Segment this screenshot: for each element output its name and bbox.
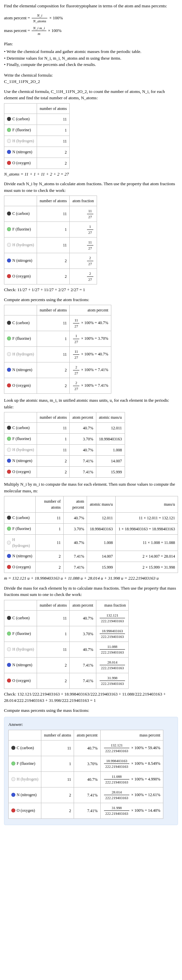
step-mass-fractions: Divide the mass for each element by m to… [4,585,178,704]
element-label: C (carbon) [12,515,30,521]
table-row: F (fluorine)13.70%18.998403163222.219403… [4,626,129,641]
element-label: N (nitrogen) [12,258,32,264]
element-label: O (oxygen) [12,273,31,279]
fraction: 18.998403163222.219403163 [104,758,130,770]
fraction: 28.014222.219403163 [100,660,125,671]
table-row: H (hydrogen)1140.7%11.088222.219403163 ×… [9,772,163,787]
answer-label: Answer: [8,721,174,728]
element-dot-icon [7,117,11,121]
element-dot-icon [7,368,11,372]
element-label: F (fluorine) [12,336,31,341]
atoms-table: number of atomsC (carbon)11F (fluorine)1… [4,103,70,169]
element-label: N (nitrogen) [12,149,32,155]
element-label: O (oxygen) [17,807,35,813]
element-label: F (fluorine) [17,760,35,767]
table-row: C (carbon)11 [4,114,70,124]
element-label: C (carbon) [12,425,30,431]
element-dot-icon [7,663,11,667]
fraction: 227 [73,380,79,391]
element-label: H (hydrogen) [12,537,33,549]
element-dot-icon [11,793,15,797]
table-row: N (nitrogen)2227 × 100% = 7.41% [4,363,111,378]
fraction: 1127 [87,208,93,220]
element-label: H (hydrogen) [12,646,34,652]
table-row: N (nitrogen)2 [4,146,70,158]
element-label: H (hydrogen) [12,447,34,453]
table-row: N (nitrogen)2227 [4,253,97,269]
element-dot-icon [7,616,11,620]
element-label: N (nitrogen) [12,367,32,373]
step-text: Compute atom percents using the atom fra… [4,296,178,303]
step-count-atoms: Use the chemical formula, C_11H_11FN_2O_… [4,88,178,178]
plan-step: • Determine values for N_i, m_i, N_atoms… [4,55,178,62]
step-molecular-mass: Multiply N_i by m_i to compute the mass … [4,481,178,582]
step-atomic-mass: Look up the atomic mass, m_i, in unified… [4,397,178,478]
label: atom percent = [4,15,30,20]
fraction: 11.088222.219403163 [100,644,125,655]
denominator: N_atoms [32,18,47,24]
element-dot-icon [7,161,11,165]
step-text: Compute mass percents using the mass fra… [4,707,178,714]
plan-step: • Finally, compute the percents and chec… [4,61,178,68]
element-dot-icon [7,448,11,452]
element-dot-icon [7,243,11,247]
element-dot-icon [7,565,11,569]
element-label: O (oxygen) [12,678,31,684]
fraction: N_i m_im [32,25,46,37]
table-row: O (oxygen)27.41%15.9992 × 15.999 = 31.99… [4,562,178,573]
element-label: F (fluorine) [12,226,31,232]
fraction: 127 [73,333,79,344]
element-label: N (nitrogen) [17,792,37,798]
element-label: H (hydrogen) [12,242,34,248]
atom-fractions-table: number of atomsatom fractionC (carbon)11… [4,196,97,285]
table-row: C (carbon)1140.7%12.011 [4,423,125,434]
fraction: 11.088222.219403163 [104,774,130,785]
molecular-mass-sum: m = 132.121 u + 18.998403163 u + 11.088 … [4,575,178,582]
element-dot-icon [7,150,11,154]
fraction: 132.121222.219403163 [100,612,125,624]
table-row: F (fluorine)1127 × 100% = 3.70% [4,331,111,347]
element-dot-icon [7,437,11,441]
element-dot-icon [7,128,11,132]
element-dot-icon [7,227,11,231]
table-row: H (hydrogen)111127 [4,237,97,253]
element-label: F (fluorine) [12,127,31,133]
element-label: O (oxygen) [12,160,31,166]
table-row: N (nitrogen)27.41%28.014222.219403163 [4,657,129,673]
mass-fractions-table: number of atomsatom percentmass fraction… [4,600,129,689]
atom-percents-table: number of atomsatom percentC (carbon)111… [4,305,111,394]
element-dot-icon [7,274,11,278]
numerator: N_i [32,13,47,19]
element-label: C (carbon) [12,116,30,122]
element-label: O (oxygen) [12,382,31,388]
fraction: 31.998222.219403163 [100,675,125,687]
element-label: N (nitrogen) [12,553,32,559]
element-dot-icon [7,470,11,474]
plan-title: Plan: [4,41,178,47]
step-text: Divide each N_i by N_atoms to calculate … [4,181,178,194]
fraction: 31.998222.219403163 [104,805,130,816]
element-dot-icon [11,746,15,750]
element-dot-icon [7,336,11,340]
mass-percent-formula: mass percent = N_i m_im × 100% [4,25,178,37]
element-label: H (hydrogen) [17,776,38,782]
label: mass percent = [4,28,30,33]
step-text: Multiply N_i by m_i to compute the mass … [4,481,178,494]
table-row: O (oxygen)27.41%31.998222.219403163 [4,673,129,689]
check-line: Check: 11/27 + 1/27 + 11/27 + 2/27 + 2/2… [4,286,178,293]
element-label: N (nitrogen) [12,662,32,668]
element-dot-icon [7,527,11,531]
element-label: F (fluorine) [12,526,31,531]
plan-step: • Write the chemical formula and gather … [4,48,178,55]
element-label: F (fluorine) [12,631,31,636]
plan: Plan: • Write the chemical formula and g… [4,41,178,68]
element-label: C (carbon) [17,745,34,751]
table-row: C (carbon)111127 [4,206,97,222]
step-text: Use the chemical formula, C_11H_11FN_2O_… [4,88,178,101]
element-dot-icon [11,762,15,765]
element-dot-icon [7,383,11,387]
step-text: Divide the mass for each element by m to… [4,585,178,598]
table-row: H (hydrogen)11 [4,135,70,146]
table-row: F (fluorine)13.70%18.9984031631 × 18.998… [4,523,178,535]
table-row: O (oxygen)2227 × 100% = 7.41% [4,378,111,394]
